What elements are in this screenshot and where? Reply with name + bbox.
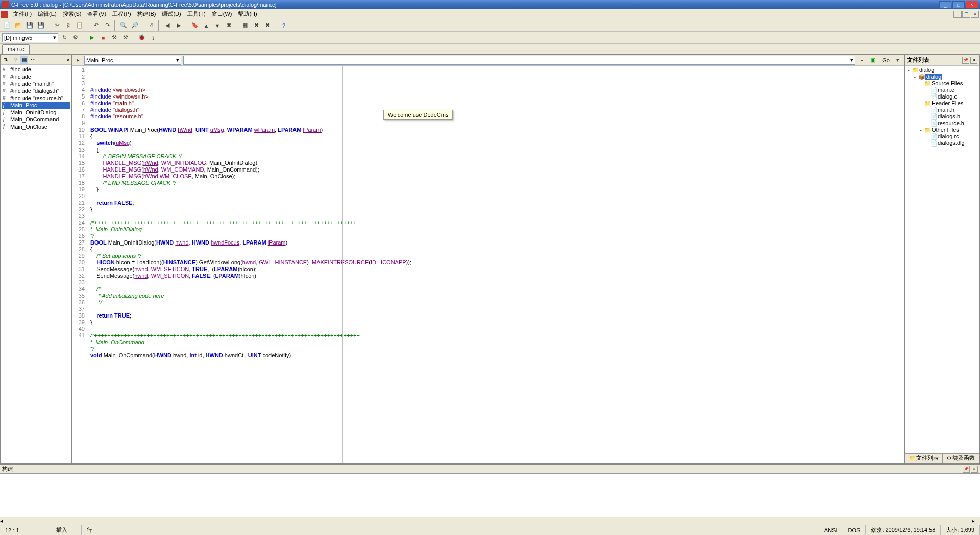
help-icon[interactable]: ? — [279, 20, 289, 31]
nav-forward-icon[interactable]: ▶ — [174, 20, 184, 31]
file-tree-item[interactable]: -📁Header Files — [906, 100, 978, 107]
panel-close-icon[interactable]: × — [970, 57, 977, 64]
bookmark-icon[interactable]: 🔖 — [190, 20, 200, 31]
print-icon[interactable]: 🖨 — [146, 20, 156, 31]
maximize-button[interactable]: □ — [952, 1, 965, 8]
menu-item[interactable]: 窗口(W) — [209, 9, 235, 19]
symbol-item[interactable]: ƒMain_OnInitDialog — [2, 109, 70, 116]
file-tree-item[interactable]: -📁Source Files — [906, 80, 978, 87]
menu-item[interactable]: 调试(D) — [159, 9, 184, 19]
menu-item[interactable]: 工具(T) — [184, 9, 209, 19]
build-toolbar: [D] mingw5▾ ↻ ⚙ ▶ ■ ⚒ ⚒ 🐞 ⤵ — [0, 32, 980, 44]
code-area[interactable]: #include <windows.h>#include <windowsx.h… — [88, 66, 904, 463]
file-tree-item[interactable]: 📄dialog.c — [906, 93, 978, 100]
debug-icon[interactable]: 🐞 — [137, 33, 147, 43]
symbol-opt-icon[interactable]: ⋯ — [29, 56, 37, 64]
menu-item[interactable]: 构建(B) — [134, 9, 159, 19]
find-files-icon[interactable]: 🔎 — [130, 20, 140, 31]
run-icon[interactable]: ▶ — [87, 33, 97, 43]
menu-item[interactable]: 工程(P) — [109, 9, 134, 19]
symbol-item[interactable]: ##include "dialogs.h" — [2, 87, 70, 94]
tab-class-func[interactable]: ⚙类及函数 — [942, 453, 979, 463]
menu-item[interactable]: 帮助(H) — [235, 9, 260, 19]
nav-back-icon[interactable]: ◀ — [162, 20, 173, 31]
output-scrollbar[interactable]: ◂▸ — [0, 517, 980, 525]
file-tree-item[interactable]: -📁Other Files — [906, 127, 978, 133]
file-tree-item[interactable]: -📁dialog — [906, 67, 978, 74]
compile-icon[interactable]: ⚒ — [109, 33, 119, 43]
symbol-item[interactable]: ##include — [2, 66, 70, 73]
menu-item[interactable]: 查看(V) — [84, 9, 109, 19]
symbol-item[interactable]: ##include "main.h" — [2, 80, 70, 87]
find-icon[interactable]: 🔍 — [118, 20, 129, 31]
stop-icon[interactable]: ■ — [98, 33, 108, 43]
mdi-minimize-button[interactable]: _ — [953, 11, 962, 18]
menu-item[interactable]: 搜索(S) — [60, 9, 85, 19]
refresh-icon[interactable]: ↻ — [59, 33, 69, 43]
file-tree-item[interactable]: 📄main.c — [906, 87, 978, 93]
tab-main-c[interactable]: main.c — [2, 44, 30, 54]
close-doc-icon[interactable]: ✖ — [251, 20, 261, 31]
save-all-icon[interactable]: 💾 — [36, 20, 46, 31]
titlebar: C-Free 5.0 : dialog - [C:\Users\Administ… — [0, 0, 980, 9]
file-tree-item[interactable]: 📄main.h — [906, 107, 978, 113]
file-tree-item[interactable]: 📄resource.h — [906, 120, 978, 127]
go-prev-icon[interactable]: • — [856, 55, 867, 65]
app-icon — [2, 1, 9, 8]
copy-icon[interactable]: ⎘ — [63, 20, 74, 31]
output-close-icon[interactable]: × — [971, 466, 978, 473]
bookmark-next-icon[interactable]: ▼ — [212, 20, 223, 31]
scope-dropdown[interactable]: ▾ — [183, 56, 855, 65]
file-tree-item[interactable]: 📄dialog.rc — [906, 133, 978, 140]
close-all-icon[interactable]: ✖ — [262, 20, 273, 31]
undo-icon[interactable]: ↶ — [91, 20, 101, 31]
file-tree[interactable]: -📁dialog-📦dialog-📁Source Files 📄main.c 📄… — [905, 66, 979, 453]
symbol-filter-icon[interactable]: ⚲ — [11, 56, 19, 64]
close-button[interactable]: × — [966, 1, 978, 8]
symbol-sort-icon[interactable]: ⇅ — [2, 56, 10, 64]
file-tree-item[interactable]: 📄dialogs.dlg — [906, 140, 978, 147]
output-pin-icon[interactable]: 📌 — [963, 466, 970, 473]
go-target-icon[interactable]: ▣ — [868, 55, 878, 65]
menu-item[interactable]: 文件(F) — [10, 9, 35, 19]
symbol-view-icon[interactable]: ▦ — [20, 56, 28, 64]
document-tabs: main.c — [0, 44, 980, 54]
mdi-close-button[interactable]: × — [971, 11, 979, 18]
build-config-dropdown[interactable]: [D] mingw5▾ — [2, 33, 58, 42]
file-tree-item[interactable]: 📄dialogs.h — [906, 113, 978, 120]
file-tree-item[interactable]: -📦dialog — [906, 74, 978, 80]
function-dropdown[interactable]: Main_Proc▾ — [84, 56, 181, 65]
symbol-item[interactable]: ##include — [2, 73, 70, 80]
menu-item[interactable]: 编辑(E) — [35, 9, 60, 19]
tab-file-list[interactable]: 📁文件列表 — [905, 453, 942, 463]
open-file-icon[interactable]: 📂 — [13, 20, 23, 31]
app-menu-icon — [1, 11, 8, 18]
new-file-icon[interactable]: 📄 — [2, 20, 12, 31]
cut-icon[interactable]: ✂ — [52, 20, 62, 31]
redo-icon[interactable]: ↷ — [102, 20, 112, 31]
window-icon[interactable]: ▦ — [240, 20, 250, 31]
symbol-tree[interactable]: ##include ##include ##include "main.h"##… — [1, 65, 71, 463]
paste-icon[interactable]: 📋 — [75, 20, 85, 31]
build-icon[interactable]: ⚒ — [120, 33, 131, 43]
go-button[interactable]: Go — [880, 56, 892, 64]
symbol-item[interactable]: ##include "resource.h" — [2, 94, 70, 102]
bookmark-prev-icon[interactable]: ▲ — [201, 20, 211, 31]
mdi-restore-button[interactable]: ❐ — [962, 11, 970, 18]
editor-nav-icon[interactable]: ▸ — [73, 55, 83, 65]
editor-body[interactable]: 1234567891011121314151617181920212223242… — [72, 66, 904, 463]
settings-icon[interactable]: ⚙ — [70, 33, 81, 43]
bookmark-clear-icon[interactable]: ✖ — [224, 20, 234, 31]
go-next-icon[interactable]: ▾ — [893, 55, 903, 65]
symbol-item[interactable]: ƒMain_Proc — [2, 102, 70, 109]
output-body[interactable] — [0, 474, 980, 517]
symbol-item[interactable]: ƒMain_OnCommand — [2, 116, 70, 123]
symbol-item[interactable]: ƒMain_OnClose — [2, 123, 70, 130]
save-icon[interactable]: 💾 — [24, 20, 35, 31]
panel-pin-icon[interactable]: 📌 — [962, 57, 969, 64]
minimize-button[interactable]: _ — [939, 1, 951, 8]
status-encoding: ANSI — [819, 525, 843, 535]
status-position: 12 : 1 — [0, 525, 51, 535]
symbol-panel-close-icon[interactable]: × — [67, 57, 70, 63]
step-icon[interactable]: ⤵ — [148, 33, 158, 43]
